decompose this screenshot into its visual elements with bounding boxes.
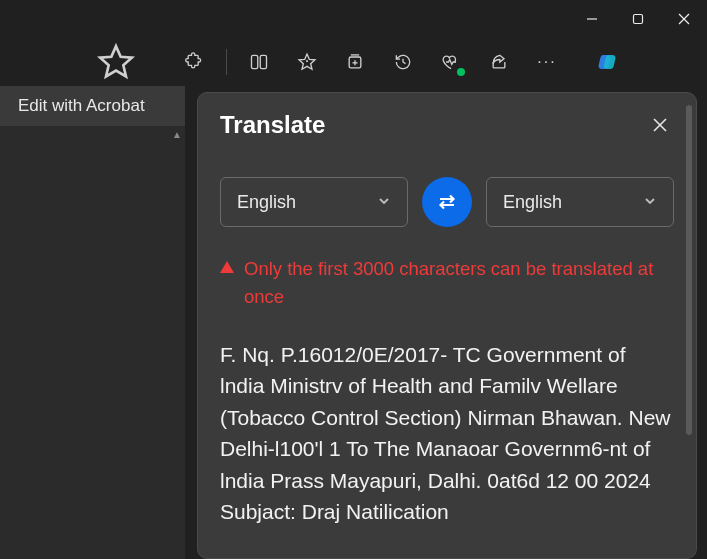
warning-icon	[220, 261, 234, 273]
share-button[interactable]	[477, 42, 521, 82]
chevron-down-icon	[643, 192, 657, 213]
panel-scrollbar[interactable]	[686, 105, 692, 435]
panel-title: Translate	[220, 111, 325, 139]
left-scrollbar[interactable]: ▲	[169, 126, 185, 559]
scroll-up-icon: ▲	[169, 126, 185, 142]
warning-text: Only the first 3000 characters can be tr…	[244, 255, 674, 311]
left-pane: Edit with Acrobat ▲	[0, 86, 185, 559]
browser-performance-button[interactable]	[429, 42, 473, 82]
window-maximize-button[interactable]	[615, 0, 661, 38]
source-language-label: English	[237, 192, 296, 213]
collections-button[interactable]	[333, 42, 377, 82]
favorite-star-button[interactable]	[96, 42, 136, 82]
browser-toolbar: ···	[0, 38, 707, 86]
copilot-button[interactable]	[585, 42, 629, 82]
performance-status-dot	[457, 68, 465, 76]
svg-rect-6	[260, 55, 266, 68]
history-button[interactable]	[381, 42, 425, 82]
swap-languages-button[interactable]	[422, 177, 472, 227]
svg-rect-1	[634, 15, 643, 24]
svg-rect-5	[252, 55, 258, 68]
translate-panel: Translate English English	[197, 92, 697, 559]
warning-message: Only the first 3000 characters can be tr…	[220, 255, 674, 311]
more-menu-button[interactable]: ···	[525, 42, 569, 82]
source-language-select[interactable]: English	[220, 177, 408, 227]
toolbar-separator	[226, 49, 227, 75]
window-close-button[interactable]	[661, 0, 707, 38]
split-screen-button[interactable]	[237, 42, 281, 82]
copilot-icon	[593, 48, 621, 76]
extensions-button[interactable]	[172, 42, 216, 82]
window-minimize-button[interactable]	[569, 0, 615, 38]
panel-close-button[interactable]	[646, 111, 674, 139]
target-language-label: English	[503, 192, 562, 213]
edit-with-acrobat-tab[interactable]: Edit with Acrobat	[0, 86, 185, 126]
content-area: Edit with Acrobat ▲ Translate English	[0, 86, 707, 559]
chevron-down-icon	[377, 192, 391, 213]
translated-body-text: F. Nq. P.16012/0E/2017- TC Government of…	[220, 339, 674, 528]
favorites-button[interactable]	[285, 42, 329, 82]
svg-marker-4	[100, 46, 132, 76]
window-titlebar	[0, 0, 707, 38]
target-language-select[interactable]: English	[486, 177, 674, 227]
language-row: English English	[220, 177, 674, 227]
acrobat-tab-label: Edit with Acrobat	[18, 96, 145, 115]
